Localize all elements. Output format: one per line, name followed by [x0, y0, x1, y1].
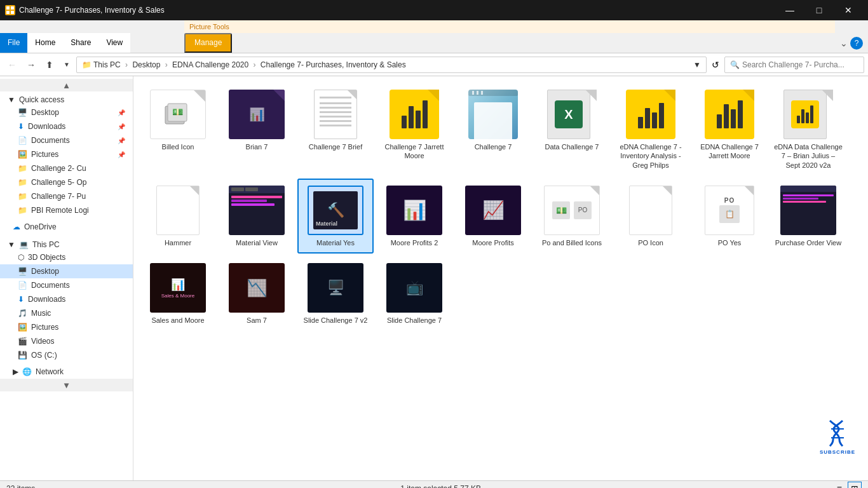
- sidebar-item-challenge7[interactable]: 📁 Challenge 7- Pu: [0, 189, 133, 203]
- sidebar-item-music[interactable]: 🎵 Music: [0, 306, 133, 320]
- quick-access-label: Quick access: [19, 95, 64, 104]
- this-pc-icon: 💻: [19, 240, 29, 249]
- file-item-moore-profits2[interactable]: 📊 Moore Profits 2: [376, 179, 452, 254]
- close-button[interactable]: ✕: [834, 0, 863, 20]
- sidebar-item-os[interactable]: 💾 OS (C:): [0, 348, 133, 362]
- file-item-po-billed-icons[interactable]: 💵 PO Po and Billed Icons: [534, 179, 610, 254]
- title-bar: Challenge 7- Purchases, Inventory & Sale…: [0, 0, 868, 20]
- videos-icon: 🎬: [18, 337, 27, 346]
- file-item-slide7v2[interactable]: 🖥️ Slide Challenge 7 v2: [297, 256, 374, 331]
- file-item-hammer[interactable]: Hammer: [140, 179, 216, 254]
- svg-rect-2: [6, 11, 10, 14]
- help-icon[interactable]: ?: [850, 37, 863, 50]
- file-item-challenge7jm[interactable]: Challenge 7 Jarrett Moore: [376, 83, 452, 176]
- sidebar-item-desktop[interactable]: 🖥️ Desktop: [0, 264, 133, 278]
- app-icon: [5, 5, 15, 15]
- main-layout: ▲ ▼ Quick access 🖥️ Desktop 📌 ⬇ Download…: [0, 76, 868, 480]
- sidebar-documents-label: Documents: [31, 281, 70, 290]
- sidebar-item-desktop-quick[interactable]: 🖥️ Desktop 📌: [0, 105, 133, 119]
- file-item-sam7[interactable]: 📉 Sam 7: [219, 256, 295, 331]
- sidebar-item-pictures-quick[interactable]: 🖼️ Pictures 📌: [0, 147, 133, 161]
- sidebar-downloads-label: Downloads: [28, 295, 65, 304]
- view-large-icons-button[interactable]: ⊞: [848, 482, 862, 489]
- sidebar-item-challenge2[interactable]: 📁 Challenge 2- Cu: [0, 161, 133, 175]
- nav-down-button[interactable]: ▼: [60, 58, 74, 71]
- search-input[interactable]: [742, 60, 858, 69]
- sidebar-this-pc-header[interactable]: ▼ 💻 This PC: [0, 236, 133, 250]
- file-item-edna-inv[interactable]: eDNA Challenge 7 - Inventory Analysis - …: [613, 83, 689, 176]
- svg-rect-0: [6, 6, 10, 10]
- file-item-material-view[interactable]: Material View: [219, 179, 295, 254]
- file-item-edna-data-bj[interactable]: eDNA Data Challenge 7 – Brian Julius – S…: [770, 83, 846, 176]
- view-list-button[interactable]: ≡: [834, 482, 845, 489]
- file-thumbnail-po-icon: [622, 185, 679, 236]
- file-label-hammer: Hammer: [165, 238, 191, 247]
- tab-view[interactable]: View: [98, 33, 130, 53]
- sidebar-item-challenge5[interactable]: 📁 Challenge 5- Op: [0, 175, 133, 189]
- window-title: Challenge 7- Purchases, Inventory & Sale…: [19, 6, 165, 15]
- sidebar-item-pictures[interactable]: 🖼️ Pictures: [0, 320, 133, 334]
- file-item-brian7[interactable]: 📊 Brian 7: [219, 83, 295, 176]
- sidebar-item-3d[interactable]: ⬡ 3D Objects: [0, 250, 133, 264]
- sidebar-item-downloads[interactable]: ⬇ Downloads: [0, 292, 133, 306]
- status-view-controls: ≡ ⊞: [834, 482, 862, 489]
- sidebar-scroll-up[interactable]: ▲: [0, 79, 133, 92]
- refresh-button[interactable]: ↺: [709, 57, 722, 72]
- sidebar-challenge7-label: Challenge 7- Pu: [31, 192, 86, 201]
- sidebar-item-documents[interactable]: 📄 Documents: [0, 278, 133, 292]
- files-grid: 💵 Billed Icon 📊 Brian 7: [140, 83, 862, 331]
- file-label-slide7v2: Slide Challenge 7 v2: [304, 316, 368, 325]
- nav-back-button[interactable]: ←: [4, 57, 20, 72]
- file-label-material-view: Material View: [236, 238, 278, 247]
- file-thumbnail-challenge7: [465, 89, 522, 140]
- file-thumbnail-challenge7jm: [386, 89, 443, 140]
- file-thumbnail-material-yes: Material 🔨: [307, 185, 364, 236]
- sidebar-quick-access-header[interactable]: ▼ Quick access: [0, 92, 133, 105]
- drive-icon: 💾: [18, 351, 27, 360]
- sidebar-onedrive[interactable]: ☁ OneDrive: [0, 220, 133, 234]
- breadcrumb-dropdown-icon[interactable]: ▼: [693, 60, 701, 69]
- file-label-sales-moore: Sales and Moore: [151, 316, 204, 325]
- 3d-icon: ⬡: [18, 253, 24, 262]
- tab-file[interactable]: File: [0, 33, 27, 53]
- file-item-challenge7brief[interactable]: Challenge 7 Brief: [297, 83, 374, 176]
- file-item-moore-profits[interactable]: 📈 Moore Profits: [455, 179, 531, 254]
- file-item-po-yes[interactable]: PO 📋 PO Yes: [691, 179, 768, 254]
- maximize-button[interactable]: □: [804, 0, 834, 20]
- sidebar-item-pbi[interactable]: 📁 PBI Remote Logi: [0, 203, 133, 217]
- file-thumbnail-hammer: [149, 185, 207, 236]
- sidebar-desktop-label: Desktop: [31, 108, 59, 117]
- sidebar-item-videos[interactable]: 🎬 Videos: [0, 334, 133, 348]
- tab-home[interactable]: Home: [27, 33, 63, 53]
- nav-forward-button[interactable]: →: [23, 57, 39, 72]
- file-item-po-icon[interactable]: PO Icon: [613, 179, 689, 254]
- nav-up-button[interactable]: ⬆: [42, 57, 57, 72]
- file-item-slide7[interactable]: 📺 Slide Challenge 7: [376, 256, 452, 331]
- breadcrumb[interactable]: 📁 This PC › Desktop › EDNA Challenge 202…: [76, 57, 707, 73]
- tab-share[interactable]: Share: [63, 33, 98, 53]
- ribbon-collapse-icon[interactable]: ⌄: [840, 38, 848, 48]
- sidebar-pbi-label: PBI Remote Logi: [31, 206, 89, 215]
- file-label-challenge7: Challenge 7: [475, 142, 512, 151]
- file-item-billed-icon[interactable]: 💵 Billed Icon: [140, 83, 216, 176]
- sidebar-scroll-down[interactable]: ▼: [0, 379, 133, 391]
- file-item-datachallenge7[interactable]: X Data Challenge 7: [534, 83, 610, 176]
- subscribe-button[interactable]: SUBSCRIBE: [820, 417, 855, 455]
- minimize-button[interactable]: —: [775, 0, 804, 20]
- manage-tab[interactable]: Manage: [184, 33, 232, 53]
- sidebar-item-documents-quick[interactable]: 📄 Documents 📌: [0, 133, 133, 147]
- breadcrumb-edna: EDNA Challenge 2020: [172, 60, 250, 69]
- file-item-challenge7[interactable]: Challenge 7: [455, 83, 531, 176]
- search-box[interactable]: 🔍: [724, 57, 864, 73]
- file-thumbnail-moore-profits2: 📊: [386, 185, 443, 236]
- sidebar-network[interactable]: ▶ 🌐 Network: [0, 365, 133, 379]
- file-thumbnail-slide7: 📺: [386, 262, 443, 313]
- file-thumbnail-slide7v2: 🖥️: [307, 262, 364, 313]
- breadcrumb-thispc: This PC: [93, 60, 123, 69]
- file-item-purchase-order[interactable]: Purchase Order View: [770, 179, 846, 254]
- file-item-sales-moore[interactable]: 📊 Sales & Moore Sales and Moore: [140, 256, 216, 331]
- file-item-material-yes[interactable]: Material 🔨 Material Yes: [297, 179, 374, 254]
- search-icon: 🔍: [730, 60, 740, 69]
- sidebar-item-downloads-quick[interactable]: ⬇ Downloads 📌: [0, 119, 133, 133]
- file-item-edna-jm[interactable]: EDNA Challenge 7 Jarrett Moore: [691, 83, 768, 176]
